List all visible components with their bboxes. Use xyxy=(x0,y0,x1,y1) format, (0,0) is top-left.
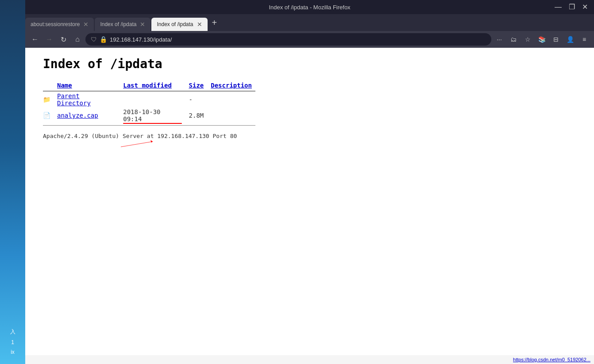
svg-marker-1 xyxy=(150,140,153,143)
address-bar[interactable]: 🛡 🔒 192.168.147.130/ipdata/ xyxy=(85,33,491,46)
close-button[interactable]: ✕ xyxy=(579,0,590,14)
file-date-underlined: 2018-10-30 09:14 xyxy=(123,108,181,123)
last-modified-sort-link[interactable]: Last modified xyxy=(123,82,172,89)
description-column-header: Description xyxy=(207,80,255,91)
tab-label: Index of /ipdata xyxy=(157,21,193,27)
tab-close-icon[interactable]: ✕ xyxy=(83,21,89,27)
svg-line-0 xyxy=(121,142,153,147)
tab-bar: about:sessionrestore ✕ Index of /ipdata … xyxy=(25,14,594,31)
parent-directory-link[interactable]: Parent Directory xyxy=(57,92,91,107)
back-button[interactable]: ← xyxy=(29,33,41,46)
icon-col-header xyxy=(43,80,54,91)
parent-size-cell: - xyxy=(185,92,208,108)
tab-label: Index of /ipdata xyxy=(100,21,136,27)
folder-up-icon: 📁 xyxy=(43,96,50,103)
tab-ipdata-2[interactable]: Index of /ipdata ✕ xyxy=(151,18,207,31)
tab-label: about:sessionrestore xyxy=(31,21,80,27)
tab-close-icon-active[interactable]: ✕ xyxy=(197,21,202,27)
status-url: https://blog.csdn.net/m0_5192062... xyxy=(513,357,590,362)
directory-table: Name Last modified Size Description xyxy=(43,80,255,126)
home-button[interactable]: ⌂ xyxy=(71,33,84,46)
sidebar-text-2: 1 xyxy=(11,339,14,345)
table-row-parent: 📁 Parent Directory - xyxy=(43,92,255,108)
parent-icon-cell: 📁 xyxy=(43,92,54,108)
more-button[interactable]: ··· xyxy=(493,33,505,46)
parent-name-cell: Parent Directory xyxy=(54,92,120,108)
title-bar: Index of /ipdata - Mozilla Firefox — ❐ ✕ xyxy=(25,0,594,14)
pocket-icon[interactable]: 🗂 xyxy=(507,33,520,46)
reload-button[interactable]: ↻ xyxy=(57,33,69,46)
avatar-button[interactable]: 👤 xyxy=(564,33,576,46)
maximize-button[interactable]: ❐ xyxy=(566,0,578,14)
sidebar-text-1: 入 xyxy=(10,328,15,336)
size-sort-link[interactable]: Size xyxy=(189,82,204,89)
lock-icon: 🔒 xyxy=(100,36,107,43)
browser-window: Index of /ipdata - Mozilla Firefox — ❐ ✕… xyxy=(25,0,594,364)
size-column-header: Size xyxy=(185,80,208,91)
name-column-header: Name xyxy=(54,80,120,91)
file-modified-cell: 2018-10-30 09:14 xyxy=(120,107,185,123)
page-content: Index of /ipdata Name Last modified Size… xyxy=(25,48,594,364)
sidebar-text-3: ix xyxy=(11,349,15,355)
shield-icon: 🛡 xyxy=(91,36,97,43)
left-sidebar: 入 1 ix xyxy=(0,0,25,364)
status-bar: https://blog.csdn.net/m0_5192062... xyxy=(25,355,594,364)
bookmark-button[interactable]: ☆ xyxy=(521,33,534,46)
menu-button[interactable]: ≡ xyxy=(578,33,590,46)
file-icon: 📄 xyxy=(43,112,50,119)
window-controls: — ❐ ✕ xyxy=(552,0,590,14)
file-name-cell: analyze.cap xyxy=(54,107,120,123)
minimize-button[interactable]: — xyxy=(552,0,564,14)
sidebar-button[interactable]: ⊟ xyxy=(550,33,562,46)
table-row-analyze: 📄 analyze.cap 2018-10-30 09:14 2.8M xyxy=(43,107,255,123)
file-size-cell: 2.8M xyxy=(185,107,208,123)
new-tab-button[interactable]: + xyxy=(208,14,221,31)
nav-bar: ← → ↻ ⌂ 🛡 🔒 192.168.147.130/ipdata/ ··· … xyxy=(25,31,594,48)
tab-close-icon[interactable]: ✕ xyxy=(140,21,145,27)
forward-button[interactable]: → xyxy=(43,33,55,46)
tab-ipdata-1[interactable]: Index of /ipdata ✕ xyxy=(95,18,150,31)
file-desc-cell xyxy=(207,107,255,123)
parent-desc-cell xyxy=(207,92,255,108)
parent-modified-cell xyxy=(120,92,185,108)
name-sort-link[interactable]: Name xyxy=(57,82,72,89)
last-modified-column-header: Last modified xyxy=(120,80,185,91)
toolbar-right: ··· 🗂 ☆ 📚 ⊟ 👤 ≡ xyxy=(493,33,590,46)
annotation-svg xyxy=(25,136,255,189)
tab-session-restore[interactable]: about:sessionrestore ✕ xyxy=(25,18,94,31)
window-title: Index of /ipdata - Mozilla Firefox xyxy=(269,4,350,11)
server-info: Apache/2.4.29 (Ubuntu) Server at 192.168… xyxy=(43,133,576,139)
analyze-cap-link[interactable]: analyze.cap xyxy=(57,112,98,119)
description-sort-link[interactable]: Description xyxy=(211,82,252,89)
url-text: 192.168.147.130/ipdata/ xyxy=(110,36,486,43)
page-title: Index of /ipdata xyxy=(43,57,576,71)
file-icon-cell: 📄 xyxy=(43,107,54,123)
library-button[interactable]: 📚 xyxy=(536,33,548,46)
